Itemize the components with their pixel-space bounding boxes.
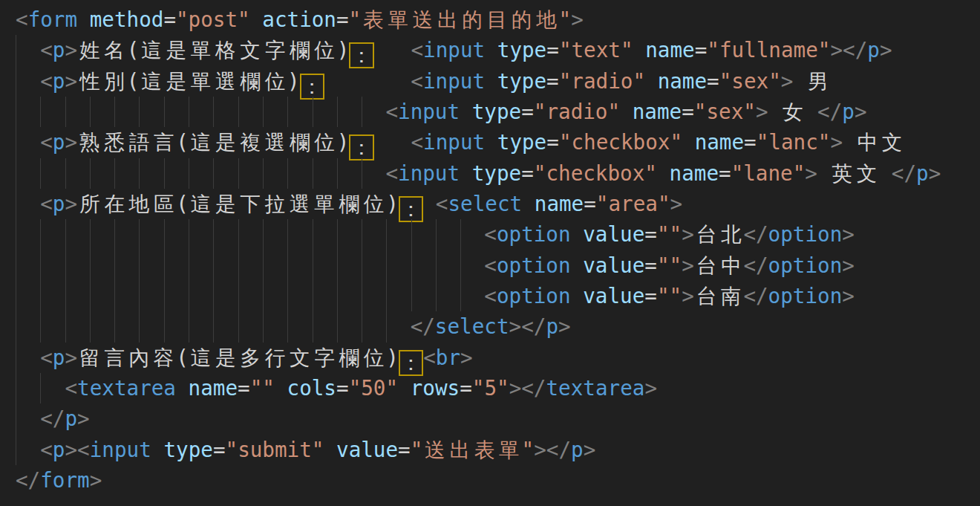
code-token: "sex"	[719, 69, 781, 94]
code-token: </	[546, 438, 571, 462]
code-token: "	[522, 438, 535, 462]
code-token: p	[53, 192, 65, 216]
code-token: )	[386, 192, 399, 216]
code-token: 這是下拉選單欄位	[189, 192, 386, 216]
cjk-char: 別	[102, 66, 126, 97]
code-token: >	[90, 468, 102, 493]
code-token: =	[546, 130, 559, 155]
code-token: type	[485, 38, 546, 62]
cjk-char: 複	[238, 127, 263, 158]
cjk-char: 的	[509, 4, 534, 35]
code-token: input	[398, 100, 460, 124]
code-editor[interactable]: <form method="post" action="表單送出的目的地"> <…	[0, 0, 980, 506]
code-token: form	[28, 7, 77, 32]
code-token: <	[484, 222, 497, 247]
code-token: "radio"	[559, 69, 645, 94]
code-token: )	[337, 38, 350, 62]
code-token: "text"	[559, 38, 633, 62]
code-token	[793, 69, 806, 94]
code-line: <input type="radio" name="sex"> 女 </p>	[16, 97, 980, 127]
indent-guides	[16, 35, 17, 65]
code-token: >	[830, 130, 843, 155]
cjk-char: 南	[719, 281, 743, 311]
code-token: =	[521, 161, 534, 186]
code-token	[324, 69, 411, 94]
code-token: >	[644, 376, 657, 400]
code-token: >	[682, 253, 694, 278]
cjk-char: 位	[312, 127, 336, 158]
code-token: 女	[780, 100, 805, 124]
cjk-char: 熟	[77, 127, 102, 158]
unicode-highlight-box: ：	[349, 134, 373, 160]
code-line: <option value="">台南</option>	[16, 281, 980, 311]
code-token	[817, 161, 830, 186]
code-line: <p>所在地區(這是下拉選單欄位)： <select name="area">	[16, 189, 980, 219]
cjk-char: 選	[263, 127, 287, 158]
code-token: p	[53, 69, 65, 94]
code-token	[805, 100, 817, 124]
code-token: >	[65, 38, 77, 62]
code-token: 姓名	[77, 38, 127, 62]
cjk-char: 在	[102, 189, 126, 219]
code-token	[374, 130, 411, 155]
code-token	[879, 161, 892, 186]
code-token: =	[336, 376, 349, 400]
code-token: 熟悉語言	[77, 130, 176, 155]
cjk-char: 女	[780, 97, 805, 127]
code-token: ""	[250, 376, 275, 400]
cjk-char: 欄	[287, 35, 312, 65]
code-token: input	[90, 438, 151, 462]
code-token: >	[65, 130, 77, 155]
code-token: "	[559, 7, 572, 32]
cjk-char: 這	[189, 127, 213, 158]
code-token: >	[929, 161, 941, 186]
cjk-char: 單	[312, 189, 336, 219]
cjk-char: 英	[830, 158, 855, 189]
code-token: <	[40, 346, 53, 370]
code-token: form	[40, 468, 89, 493]
code-token: ""	[657, 284, 682, 308]
code-token: "	[349, 7, 362, 32]
cjk-char: 拉	[263, 189, 287, 219]
cjk-char: 單	[386, 4, 411, 35]
cjk-char: 字	[263, 35, 287, 65]
indent-guides	[16, 158, 363, 189]
code-token: 這是複選欄位	[189, 130, 337, 155]
code-token: (	[127, 69, 140, 94]
code-token: =	[238, 376, 250, 400]
code-token: "50"	[349, 376, 398, 400]
cjk-char: 單	[189, 66, 213, 97]
cjk-char: 性	[77, 66, 102, 97]
code-token: option	[497, 284, 571, 308]
code-token: <	[65, 376, 77, 400]
code-token: p	[916, 161, 929, 186]
cjk-char: 欄	[337, 343, 362, 373]
code-line: </p>	[16, 403, 980, 434]
code-token	[16, 438, 40, 462]
unicode-highlight-box: ：	[399, 350, 423, 376]
cjk-char: 行	[263, 343, 287, 373]
code-token: 這是多行文字欄位	[189, 346, 386, 370]
code-token: 表單送出的目的地	[361, 7, 558, 32]
code-token: >	[830, 38, 843, 62]
cjk-char: 台	[694, 250, 719, 281]
code-token: >	[805, 161, 817, 186]
code-token: name	[645, 69, 707, 94]
code-token: =	[213, 438, 226, 462]
code-token: cols	[275, 376, 336, 400]
code-token: </	[817, 100, 842, 124]
cjk-char: 位	[312, 35, 336, 65]
cjk-char: 這	[189, 189, 213, 219]
code-token: >	[65, 69, 77, 94]
code-token	[768, 100, 781, 124]
cjk-char: 目	[485, 4, 509, 35]
cjk-char: 是	[164, 66, 189, 97]
cjk-char: 單	[189, 35, 213, 65]
cjk-char: 文	[880, 127, 904, 158]
cjk-char: 留	[77, 343, 102, 373]
code-token: "	[411, 438, 423, 462]
code-token: <	[411, 130, 423, 155]
code-token: "5"	[472, 376, 509, 400]
indent-guides	[16, 189, 17, 219]
code-token: select	[435, 314, 509, 339]
